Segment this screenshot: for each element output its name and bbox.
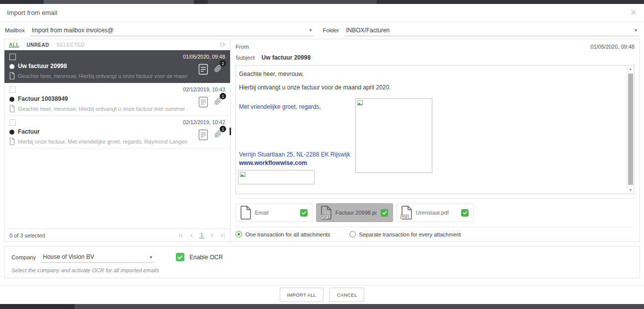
broken-image-icon [357,100,364,106]
next-page-icon[interactable] [210,233,214,238]
paperclip-icon: 2 [214,64,223,76]
cancel-button[interactable]: CANCEL [329,288,364,302]
first-page-icon[interactable] [178,233,184,238]
chevron-down-icon: ▾ [635,27,637,33]
email-list-item[interactable]: 02/12/2019, 10:42 Factuur Hierbij onze f… [4,116,230,149]
attachment-checkbox-checked[interactable] [381,209,388,217]
close-icon[interactable]: ✕ [630,8,637,17]
folder-label: Folder [323,27,339,33]
scroll-up-icon[interactable]: ▲ [627,66,634,73]
body-greeting: Geachte heer, mevrouw, [239,71,304,77]
email-checkbox[interactable] [9,119,16,126]
email-preview-panel: From 01/05/2020, 09:48 Subject Uw factuu… [231,39,640,241]
import-all-button[interactable]: IMPORT ALL [280,288,324,302]
subject-label: Subject [236,55,254,61]
chevron-down-icon: ▾ [310,27,312,33]
folder-value: INBOX/Facturen [346,27,390,34]
body-signoff: Met vriendelijke groet, regards, [239,103,321,110]
email-checkbox[interactable] [9,54,16,60]
page-number[interactable]: 1 [199,232,204,238]
paperclip-icon: 1 [214,96,223,108]
email-checkbox[interactable] [9,86,16,93]
email-date: 01/05/2020, 09:48 [183,54,225,60]
folder-select[interactable]: INBOX/Facturen ▾ [344,25,639,36]
tab-selected[interactable]: SELECTED [57,42,85,48]
email-list-tabs: ALL UNREAD SELECTED ⟳ [4,39,230,50]
unread-dot-icon [9,97,14,102]
attachment-name: Factuur 20998.pdf [335,210,377,216]
file-icon [240,206,251,220]
background-page-top [208,0,377,4]
document-icon [198,129,208,141]
background-page-bottom [0,304,644,309]
page-icon [9,138,15,145]
body-address: Verrijn Stuartlaan 25, NL-2288 EK Rijswi… [239,151,350,158]
scroll-down-icon[interactable]: ▼ [627,187,634,194]
document-icon [198,64,208,75]
enable-ocr-checkbox-checked[interactable] [176,253,184,261]
company-select[interactable]: House of Vision BV ▾ [41,251,154,263]
last-page-icon[interactable] [220,233,225,238]
mailbox-value: Import from mailbox invoices@ [32,27,114,34]
radio-label: One transaction for all attachments [245,232,330,237]
prev-page-icon[interactable] [189,233,194,238]
unread-dot-icon [9,64,14,69]
attachment-name: Email [255,210,296,216]
email-list-item[interactable]: 01/05/2020, 09:48 Uw factuur 20998 Geach… [4,50,230,83]
email-title: Uw factuur 20998 [18,63,67,70]
tab-unread[interactable]: UNREAD [27,42,49,48]
email-title: Factuur 10038949 [18,95,68,102]
radio-unselected-icon [349,231,356,237]
broken-image-icon [240,172,246,177]
body-scrollbar[interactable]: ▲ ▼ [627,66,634,194]
refresh-icon[interactable]: ⟳ [220,41,226,49]
email-body: Geachte heer, mevrouw, Hierbij ontvangt … [236,65,635,194]
mailbox-select[interactable]: Import from mailbox invoices@ ▾ [30,25,314,36]
radio-selected-icon [236,231,242,237]
email-date: 02/12/2019, 10:43 [183,86,225,92]
body-website[interactable]: www.workflowwise.com [239,159,307,166]
broken-image-placeholder [355,98,432,173]
from-label: From [236,44,249,50]
email-list-footer: 0 of 3 selected 1 [4,229,230,241]
broken-image-placeholder [238,170,315,184]
company-label: Company [11,254,36,260]
pdf-label: PDF [401,215,409,219]
dialog-footer: IMPORT ALL CANCEL [0,285,644,304]
attachment-card-pdf[interactable]: PDF Factuur 20998.pdf [316,203,393,222]
body-line: Hierbij ontvangt u onze factuur voor de … [239,84,391,91]
attachment-card-email[interactable]: Email [236,203,313,222]
tab-all[interactable]: ALL [9,42,19,48]
subject-value: Uw factuur 20998 [261,54,311,61]
attachment-name: Urenstaat.pdf [416,210,457,216]
email-preview-text: Hierbij onze factuur. Met vriendelijke g… [18,139,187,145]
unread-dot-icon [9,130,14,135]
email-preview-text: Geachte heer, mevrouw, Hierbij ontvangt … [18,106,187,112]
chevron-down-icon: ▾ [150,254,152,260]
screen: Import from email ✕ Mailbox Import from … [0,0,644,309]
attachment-checkbox-checked[interactable] [300,209,308,217]
panel-divider-handle[interactable] [230,128,231,135]
radio-one-transaction[interactable]: One transaction for all attachments [236,231,330,237]
mailbox-label: Mailbox [5,27,25,33]
attachment-checkbox-checked[interactable] [461,209,469,217]
company-section: Company House of Vision BV ▾ Enable OCR … [4,246,640,278]
from-row: From 01/05/2020, 09:48 [236,39,635,52]
radio-label: Separate transaction for every attachmen… [359,232,461,237]
scrollbar-thumb[interactable] [628,74,633,185]
attachment-count-badge: 1 [220,93,226,99]
email-list: 01/05/2020, 09:48 Uw factuur 20998 Geach… [4,50,230,229]
company-row: Company House of Vision BV ▾ Enable OCR [11,251,633,263]
import-from-email-dialog: Import from email ✕ Mailbox Import from … [0,4,644,304]
pdf-label: PDF [320,215,328,219]
email-list-item[interactable]: 02/12/2019, 10:43 Factuur 10038949 Geach… [4,83,230,116]
mailbox-toolbar: Mailbox Import from mailbox invoices@ ▾ … [0,22,644,39]
attachment-card-pdf[interactable]: PDF Urenstaat.pdf [397,203,474,222]
document-icon [198,96,208,108]
preview-date: 01/05/2020, 09:48 [590,44,635,50]
company-value: House of Vision BV [43,253,94,260]
radio-separate-transaction[interactable]: Separate transaction for every attachmen… [349,231,461,237]
enable-ocr-label: Enable OCR [189,254,223,261]
email-list-panel: ALL UNREAD SELECTED ⟳ 01/05/2020, 09:48 … [4,39,231,241]
page-icon [9,72,15,79]
